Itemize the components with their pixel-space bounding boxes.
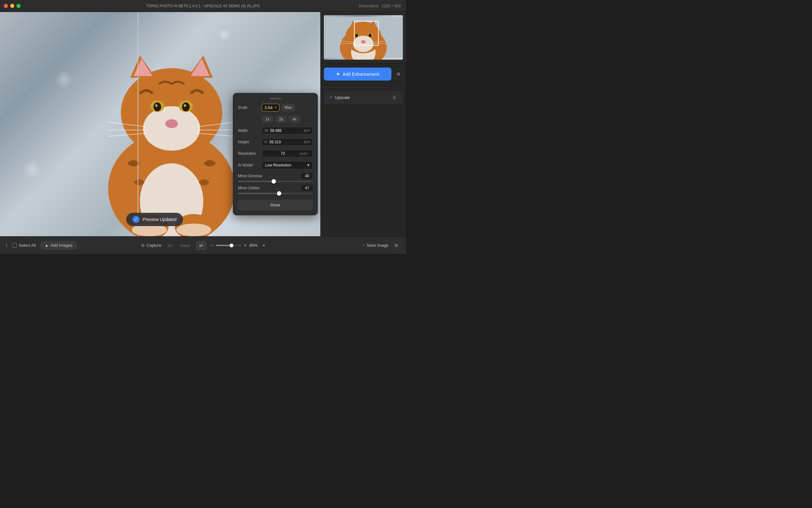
minor-deblur-fill <box>238 193 277 194</box>
minor-deblur-value: 47 <box>301 185 313 191</box>
preview-updated-label: Preview Updated <box>143 217 177 222</box>
minor-denoise-fill <box>238 181 272 182</box>
ai-model-select[interactable]: Low Resolution ▾ <box>262 161 313 169</box>
upscale-settings-panel: Scale 3.54 × Max 1x 2x 4x <box>233 93 318 215</box>
traffic-lights <box>4 4 21 8</box>
zoom-in-button[interactable]: + <box>244 243 247 248</box>
scale-1x-button[interactable]: 1x <box>262 116 274 123</box>
width-row: Width W 58.986 IN ▾ <box>238 127 313 134</box>
scale-max-button[interactable]: Max <box>281 104 295 111</box>
svg-point-11 <box>182 102 190 111</box>
height-letter: H <box>265 140 268 144</box>
upscale-icon: ↗ <box>328 94 332 100</box>
width-value: 58.986 <box>270 128 302 133</box>
width-label: Width <box>238 128 262 133</box>
scale-2x-button[interactable]: 2x <box>275 116 287 123</box>
bottom-center: ⊙ Capture ▭ ▭▭ ⇄ − + 89% ▾ <box>137 241 269 250</box>
resolution-value: 72 <box>267 151 299 156</box>
enhancement-left: ↗ Upscale <box>328 94 350 100</box>
minor-deblur-track[interactable] <box>238 193 313 194</box>
done-button[interactable]: Done <box>238 200 313 210</box>
crop-button[interactable]: ⧉ <box>394 69 403 79</box>
width-input-wrap[interactable]: W 58.986 IN ▾ <box>262 127 313 134</box>
resolution-input-wrap[interactable]: 72 px/in <box>262 150 313 157</box>
minor-denoise-thumb[interactable] <box>272 179 276 183</box>
zoom-thumb[interactable] <box>230 244 234 247</box>
select-all-checkbox[interactable] <box>12 243 17 248</box>
minor-denoise-label: Minor Denoise <box>238 174 262 178</box>
window-title: TOPAZ PHOTO AI BETA 2.4.0.1 - UPSCALE 4X… <box>146 4 260 8</box>
scale-input-wrap[interactable]: 3.54 × <box>262 104 279 112</box>
canvas-area[interactable]: ✓ Preview Updated Scale 3.54 × Max <box>0 12 320 236</box>
add-enhancement-label: Add Enhancement <box>342 72 379 77</box>
resolution-row: Resolution 72 px/in <box>238 150 313 157</box>
height-unit[interactable]: IN ▾ <box>304 140 310 144</box>
save-options-icon: ⊞ <box>395 243 398 248</box>
more-options-button[interactable]: ⋯ <box>396 16 402 24</box>
add-images-icon: ▲ <box>44 243 48 248</box>
minor-deblur-label: Minor Deblur <box>238 186 260 190</box>
split-line <box>138 12 138 236</box>
minor-denoise-track[interactable] <box>238 181 313 182</box>
svg-line-15 <box>108 122 146 127</box>
preview-updated-toast: ✓ Preview Updated <box>126 213 183 226</box>
bottom-left: ↑ Select All ▲ Add Images <box>5 241 137 250</box>
svg-marker-7 <box>191 59 210 76</box>
save-image-button[interactable]: ↑ Save Image <box>363 243 389 248</box>
bottom-bar: ↑ Select All ▲ Add Images ⊙ Capture ▭ ▭▭… <box>0 236 406 254</box>
svg-line-20 <box>197 133 235 136</box>
minor-denoise-row: Minor Denoise 40 <box>238 173 313 182</box>
scale-value: 3.54 <box>265 105 273 110</box>
resolution-label: Resolution <box>238 151 262 156</box>
minimize-button[interactable] <box>10 4 14 8</box>
capture-button[interactable]: ⊙ Capture <box>141 243 161 248</box>
svg-point-3 <box>143 106 200 151</box>
maximize-button[interactable] <box>16 4 21 8</box>
panel-drag-handle[interactable] <box>270 98 281 99</box>
ai-model-label: AI Model <box>238 163 262 167</box>
add-enhancement-icon: ✦ <box>336 71 340 77</box>
svg-line-17 <box>108 133 146 136</box>
height-input-wrap[interactable]: H 39.319 IN ▾ <box>262 138 313 146</box>
width-unit[interactable]: IN ▾ <box>304 128 310 133</box>
svg-line-18 <box>197 122 235 127</box>
zoom-slider[interactable] <box>216 245 241 246</box>
titlebar: TOPAZ PHOTO AI BETA 2.4.0.1 - UPSCALE 4X… <box>0 0 406 12</box>
scale-label: Scale <box>238 105 262 110</box>
add-enhancement-button[interactable]: ✦ Add Enhancement <box>324 68 392 81</box>
minor-deblur-row: Minor Deblur 47 <box>238 185 313 194</box>
export-button[interactable]: ↑ <box>5 242 8 249</box>
sidebar-divider <box>321 87 406 88</box>
save-image-icon: ↑ <box>363 243 365 248</box>
svg-marker-4 <box>130 55 156 78</box>
split-view-button[interactable]: ▭▭ <box>178 241 192 250</box>
capture-icon: ⊙ <box>141 243 145 248</box>
add-images-button[interactable]: ▲ Add Images <box>40 241 77 250</box>
zoom-chevron-icon[interactable]: ▾ <box>263 243 265 248</box>
delete-enhancement-button[interactable]: 🗑 <box>390 94 398 100</box>
select-all-label: Select All <box>19 243 36 248</box>
select-all-wrap[interactable]: Select All <box>12 243 36 248</box>
export-icon: ↑ <box>5 242 8 249</box>
compare-icon: ⇄ <box>199 243 203 248</box>
scale-4x-button[interactable]: 4x <box>289 116 300 123</box>
preview-check-icon: ✓ <box>132 216 139 223</box>
height-value: 39.319 <box>269 140 302 144</box>
single-view-button[interactable]: ▭ <box>166 241 174 250</box>
zoom-fill <box>216 245 232 246</box>
compare-button[interactable]: ⇄ <box>196 241 206 250</box>
minor-deblur-header: Minor Deblur 47 <box>238 185 313 191</box>
save-options-button[interactable]: ⊞ <box>392 241 401 250</box>
split-view-icon: ▭▭ <box>180 243 190 248</box>
crop-icon: ⧉ <box>397 71 400 76</box>
zoom-out-button[interactable]: − <box>210 243 213 248</box>
upscale-enhancement-row[interactable]: ↗ Upscale 🗑 <box>324 91 403 104</box>
thumbnail-viewport[interactable] <box>354 21 379 46</box>
svg-point-8 <box>150 100 164 112</box>
close-button[interactable] <box>4 4 8 8</box>
single-view-icon: ▭ <box>167 243 172 248</box>
minor-deblur-thumb[interactable] <box>277 191 281 196</box>
scale-clear-button[interactable]: × <box>274 105 277 110</box>
scale-row: Scale 3.54 × Max <box>238 104 313 112</box>
svg-point-9 <box>179 100 193 112</box>
